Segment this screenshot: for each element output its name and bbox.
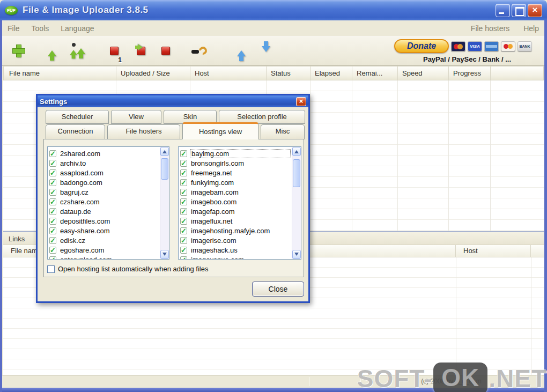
- tabs-row-1: SchedulerViewSkinSelection profile: [46, 110, 305, 124]
- checked-checkbox-icon[interactable]: ✓: [49, 160, 56, 167]
- menu-item[interactable]: Tools: [32, 24, 49, 33]
- scrollbar-thumb[interactable]: [161, 158, 168, 180]
- host-list-item[interactable]: ✓asapload.com: [48, 168, 160, 177]
- checked-checkbox-icon[interactable]: ✓: [49, 189, 56, 196]
- close-button[interactable]: ×: [528, 4, 542, 17]
- checked-checkbox-icon[interactable]: ✓: [49, 179, 56, 186]
- column-header[interactable]: Host: [456, 245, 531, 257]
- host-list-item[interactable]: ✓bronsongirls.com: [179, 158, 292, 168]
- scroll-down-button[interactable]: [160, 250, 169, 259]
- host-list-item[interactable]: ✓imagefap.com: [179, 206, 292, 216]
- checked-checkbox-icon[interactable]: ✓: [180, 208, 187, 215]
- host-list-item[interactable]: ✓bagruj.cz: [48, 187, 160, 197]
- column-header[interactable]: Progress: [449, 66, 491, 80]
- add-files-icon[interactable]: [13, 45, 25, 57]
- checked-checkbox-icon[interactable]: ✓: [180, 150, 187, 157]
- host-list-item[interactable]: ✓imageboo.com: [179, 197, 292, 206]
- host-list-item[interactable]: ✓2shared.com: [48, 149, 160, 158]
- column-header[interactable]: Host: [190, 66, 267, 80]
- checked-checkbox-icon[interactable]: ✓: [180, 218, 187, 225]
- scrollbar[interactable]: [292, 147, 301, 259]
- host-list-item[interactable]: ✓imagerise.com: [179, 235, 292, 245]
- checked-checkbox-icon[interactable]: ✓: [180, 227, 187, 234]
- tab[interactable]: Connection: [46, 124, 105, 139]
- unchecked-checkbox-icon[interactable]: [47, 265, 55, 273]
- scrollbar[interactable]: [160, 147, 169, 259]
- checked-checkbox-icon[interactable]: ✓: [49, 208, 56, 215]
- tab[interactable]: Scheduler: [46, 110, 109, 124]
- column-header[interactable]: Speed: [398, 66, 449, 80]
- move-up-icon[interactable]: [237, 46, 246, 56]
- checked-checkbox-icon[interactable]: ✓: [49, 237, 56, 244]
- host-name: imageboo.com: [190, 198, 238, 206]
- checked-checkbox-icon[interactable]: ✓: [49, 218, 56, 225]
- host-list-item[interactable]: ✓badongo.com: [48, 177, 160, 187]
- column-header[interactable]: Elapsed: [311, 66, 352, 80]
- checked-checkbox-icon[interactable]: ✓: [180, 237, 187, 244]
- host-list-item[interactable]: ✓funkyimg.com: [179, 177, 292, 187]
- host-name: bagruj.cz: [59, 188, 90, 196]
- host-name: imagefap.com: [190, 208, 236, 216]
- dialog-title-bar: Settings ×: [38, 95, 308, 107]
- column-header[interactable]: File name: [4, 66, 116, 80]
- host-list-item[interactable]: ✓freemega.net: [179, 168, 292, 177]
- donate-button[interactable]: Donate: [394, 39, 449, 53]
- tab[interactable]: Misc: [261, 124, 305, 139]
- menu-item[interactable]: File: [8, 24, 20, 33]
- start-all-uploads-icon[interactable]: [69, 42, 87, 60]
- tab[interactable]: View: [111, 110, 161, 124]
- host-list-item[interactable]: ✓depositfiles.com: [48, 216, 160, 226]
- scroll-up-button[interactable]: [160, 147, 169, 156]
- maximize-button[interactable]: [512, 4, 526, 17]
- scroll-down-button[interactable]: [292, 250, 301, 259]
- menu-item[interactable]: Language: [61, 24, 94, 33]
- tab[interactable]: File hosters: [107, 124, 180, 139]
- checked-checkbox-icon[interactable]: ✓: [180, 179, 187, 186]
- stop-upload-icon[interactable]: 1: [110, 42, 119, 60]
- host-list-item[interactable]: ✓archiv.to: [48, 158, 160, 168]
- checked-checkbox-icon[interactable]: ✓: [180, 198, 187, 205]
- checked-checkbox-icon[interactable]: ✓: [49, 227, 56, 234]
- dialog-close-button[interactable]: ×: [296, 97, 306, 106]
- settings-wrench-icon[interactable]: [191, 45, 208, 57]
- checked-checkbox-icon[interactable]: ✓: [49, 256, 56, 260]
- checked-checkbox-icon[interactable]: ✓: [180, 189, 187, 196]
- checked-checkbox-icon[interactable]: ✓: [49, 198, 56, 205]
- menu-item[interactable]: File hosters: [471, 24, 509, 33]
- host-list-item[interactable]: ✓edisk.cz: [48, 235, 160, 245]
- scrollbar-thumb[interactable]: [293, 159, 300, 187]
- host-list-item[interactable]: ✓enterupload.com: [48, 255, 160, 259]
- host-list-item[interactable]: ✓bayimg.com: [179, 149, 292, 158]
- open-hosting-list-checkbox-row[interactable]: Open hosting list automatically when add…: [47, 265, 208, 273]
- stop-badge: 1: [118, 56, 122, 64]
- host-list-item[interactable]: ✓czshare.com: [48, 197, 160, 206]
- start-upload-icon[interactable]: [48, 46, 56, 56]
- host-list-item[interactable]: ✓imageflux.net: [179, 216, 292, 226]
- host-name: bronsongirls.com: [190, 159, 245, 167]
- checked-checkbox-icon[interactable]: ✓: [49, 169, 56, 176]
- column-header[interactable]: Remai...: [352, 66, 398, 80]
- host-list-item[interactable]: ✓dataup.de: [48, 206, 160, 216]
- host-list-item[interactable]: ✓egoshare.com: [48, 245, 160, 255]
- host-list-item[interactable]: ✓imagehosting.mafyje.com: [179, 226, 292, 235]
- host-list-item[interactable]: ✓imagebam.com: [179, 187, 292, 197]
- host-list-item[interactable]: ✓imagevenue.com: [179, 255, 292, 259]
- skip-upload-icon[interactable]: [137, 42, 145, 60]
- checked-checkbox-icon[interactable]: ✓: [180, 160, 187, 167]
- move-down-icon[interactable]: [262, 46, 270, 56]
- tab[interactable]: Hostings view: [182, 122, 258, 139]
- checked-checkbox-icon[interactable]: ✓: [180, 169, 187, 176]
- host-list-item[interactable]: ✓easy-share.com: [48, 226, 160, 235]
- column-header[interactable]: Status: [267, 66, 311, 80]
- checked-checkbox-icon[interactable]: ✓: [180, 247, 187, 254]
- checked-checkbox-icon[interactable]: ✓: [49, 150, 56, 157]
- checked-checkbox-icon[interactable]: ✓: [49, 247, 56, 254]
- menu-item[interactable]: Help: [523, 24, 539, 33]
- column-header[interactable]: Uploaded / Size: [116, 66, 190, 80]
- dialog-close-action-button[interactable]: Close: [252, 282, 304, 297]
- host-list-item[interactable]: ✓imageshack.us: [179, 245, 292, 255]
- scroll-up-button[interactable]: [292, 147, 301, 156]
- checked-checkbox-icon[interactable]: ✓: [180, 256, 187, 260]
- stop-all-uploads-icon[interactable]: [161, 42, 170, 60]
- minimize-button[interactable]: [496, 4, 510, 17]
